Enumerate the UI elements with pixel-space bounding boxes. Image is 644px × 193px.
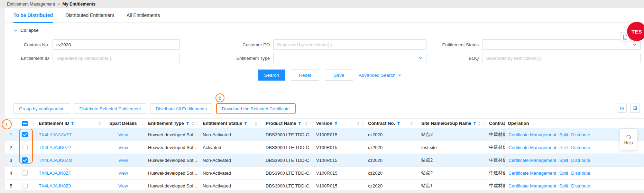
tab-all-entitlements[interactable]: All Entitlements — [127, 12, 160, 22]
advanced-search-link[interactable]: Advanced Search — [359, 73, 402, 78]
distribute-link[interactable]: Distribute — [571, 171, 590, 176]
entitlements-table: Entitlement IDSpart DetailsEntitlement T… — [5, 118, 644, 192]
split-link[interactable]: Split — [559, 132, 568, 137]
certificate-management-link[interactable]: Certificate Management — [508, 183, 556, 189]
download-the-selected-certificate-button[interactable]: Download the Selected Certificate2 — [216, 103, 296, 114]
row-checkbox[interactable] — [22, 183, 28, 189]
view-spart-details-link[interactable]: View — [118, 171, 128, 176]
column-header-site-name-group-name[interactable]: Site Name/Group Name — [416, 119, 484, 128]
view-spart-details-link[interactable]: View — [118, 158, 128, 163]
column-header-label: Entitlement ID — [39, 121, 69, 126]
collapse-toggle[interactable]: Collapse — [13, 28, 39, 33]
contract-no-field[interactable] — [53, 39, 180, 50]
sort-carets-icon[interactable] — [192, 122, 194, 125]
certificate-management-link[interactable]: Certificate Management — [508, 132, 556, 137]
split-link[interactable]: Split — [559, 158, 568, 163]
table-row: 1TX4LAJAAAVF7ViewHuawei-developed Sof...… — [5, 128, 644, 141]
product-name-cell: DBS3900 LTE TDD-C... — [260, 183, 311, 189]
entitlement-type-select[interactable] — [273, 53, 426, 63]
row-number: 3 — [5, 158, 18, 163]
view-spart-details-link[interactable]: View — [118, 145, 128, 150]
view-spart-details-link[interactable]: View — [118, 132, 128, 137]
certificate-management-link[interactable]: Certificate Management — [508, 145, 556, 150]
column-header-entitlement-id[interactable]: Entitlement ID — [33, 119, 104, 128]
entitlement-id-link[interactable]: TX4LAJAJN0Z2 — [39, 145, 71, 150]
row-checkbox-cell — [18, 132, 33, 138]
split-link[interactable]: Split — [559, 183, 568, 189]
filter-funnel-icon[interactable] — [244, 121, 248, 125]
column-separator — [260, 121, 260, 126]
operation-cell: Certificate ManagementSplitDistribute — [505, 167, 644, 179]
entitlement-status-select[interactable] — [482, 39, 641, 50]
view-spart-details-link[interactable]: View — [118, 183, 128, 189]
bar-chart-icon — [619, 105, 625, 111]
certificate-management-link[interactable]: Certificate Management — [508, 171, 556, 176]
entitlement-id-link[interactable]: TX4LAJAJN0Z0 — [39, 183, 71, 189]
row-number: 2 — [5, 145, 18, 150]
sort-carets-icon[interactable] — [478, 122, 481, 125]
entitlement-id-link[interactable]: TX4LAJAAAVF7 — [39, 132, 72, 137]
entitlement-id-link[interactable]: TX4LAJAJN0ZT — [39, 171, 71, 176]
distribute-link[interactable]: Distribute — [571, 183, 590, 189]
row-checkbox[interactable] — [22, 157, 28, 163]
sort-carets-icon[interactable] — [98, 122, 101, 125]
tab-distributed-entitlement[interactable]: Distributed Entitlement — [65, 12, 114, 22]
help-button[interactable]: Help — [620, 128, 637, 150]
filter-funnel-icon[interactable] — [71, 121, 74, 125]
filter-funnel-icon[interactable] — [473, 121, 477, 125]
distribute-link[interactable]: Distribute — [571, 145, 590, 150]
annotation-step-2: 2 — [215, 93, 224, 102]
column-header-label: Contract No. — [368, 121, 395, 126]
distribute-link[interactable]: Distribute — [571, 158, 590, 163]
certificate-management-link[interactable]: Certificate Management — [508, 158, 556, 163]
filter-funnel-icon[interactable] — [186, 121, 190, 125]
filter-funnel-icon[interactable] — [397, 121, 401, 125]
column-header-version[interactable]: Version — [311, 119, 362, 128]
sort-carets-icon[interactable] — [410, 122, 413, 125]
column-header-entitlement-status[interactable]: Entitlement Status — [197, 119, 260, 128]
table-footer-strip — [5, 190, 644, 193]
entitlement-id-field[interactable] — [53, 53, 180, 63]
filter-funnel-icon[interactable] — [334, 121, 338, 125]
table-row: 4TX4LAJAJN0ZTViewHuawei-developed Sof...… — [5, 167, 644, 180]
contract-no-input[interactable] — [56, 42, 176, 47]
sort-carets-icon[interactable] — [305, 122, 308, 125]
column-header-label: Entitlement Status — [203, 121, 242, 126]
save-button[interactable]: Save — [325, 70, 353, 81]
tabs: To be DistributedDistributed Entitlement… — [5, 12, 644, 23]
sort-carets-icon[interactable] — [255, 122, 257, 125]
column-header-product-name[interactable]: Product Name — [260, 119, 311, 128]
gear-icon-button[interactable] — [630, 103, 640, 113]
distribute-all-entitlements-button[interactable]: Distribute All Entitlements — [150, 103, 212, 114]
distribute-selected-entitlement-button[interactable]: Distribute Selected Entitlement — [74, 103, 147, 114]
column-separator — [484, 121, 484, 126]
breadcrumb-separator: > — [57, 2, 60, 7]
filter-funnel-icon[interactable] — [298, 121, 302, 125]
row-checkbox[interactable] — [22, 170, 28, 176]
breadcrumb-parent[interactable]: Entitlement Management — [7, 2, 55, 7]
column-separator — [104, 121, 104, 126]
boq-field[interactable] — [482, 53, 641, 63]
row-checkbox[interactable] — [22, 132, 28, 137]
entitlement-type-cell: Huawei-developed Sof... — [142, 171, 197, 176]
split-link[interactable]: Split — [559, 171, 568, 176]
row-checkbox[interactable] — [22, 145, 28, 150]
select-all-checkbox[interactable] — [22, 121, 28, 126]
bar-chart-icon-button[interactable] — [617, 103, 627, 113]
reset-button[interactable]: Reset — [291, 70, 319, 81]
site-name-cell: test site — [416, 145, 484, 150]
entitlement-id-link[interactable]: TX4LAJAJN0ZM — [39, 158, 72, 163]
distribute-link[interactable]: Distribute — [571, 132, 590, 137]
column-header-contract-no[interactable]: Contract No. — [362, 119, 416, 128]
search-button[interactable]: Search — [258, 70, 285, 81]
filter-row: Entitlement IDEntitlement TypeBOQ — [5, 53, 644, 63]
group-by-configuration-button[interactable]: Group by configuration — [13, 103, 70, 114]
column-header-entitlement-type[interactable]: Entitlement Type — [142, 119, 197, 128]
entitlement-id-input[interactable] — [56, 56, 176, 61]
sort-carets-icon[interactable] — [357, 122, 360, 125]
tab-to-be-distributed[interactable]: To be Distributed — [13, 12, 53, 23]
customer-po-input[interactable] — [277, 42, 423, 47]
boq-input[interactable] — [486, 56, 637, 61]
customer-po-field[interactable] — [273, 39, 426, 50]
product-name-cell: DBS3900 LTE TDD-C... — [260, 171, 311, 176]
